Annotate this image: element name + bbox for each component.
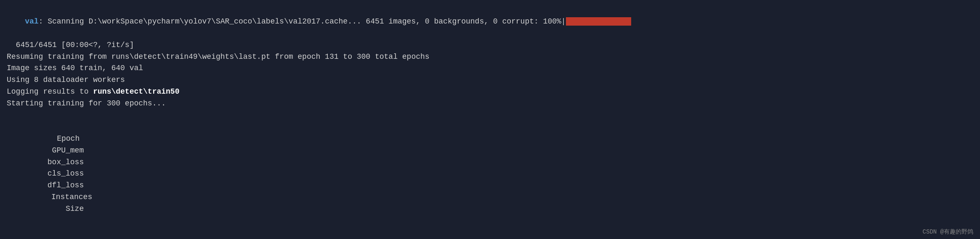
line-empty xyxy=(7,110,973,121)
line-starting: Starting training for 300 epochs... xyxy=(7,98,973,110)
watermark: CSDN @有趣的野鸽 xyxy=(923,228,973,236)
header-dfl: dfl_loss xyxy=(25,180,84,192)
val-keyword: val xyxy=(25,17,38,26)
progress-highlight xyxy=(566,17,631,26)
terminal: val: Scanning D:\workSpace\pycharm\yolov… xyxy=(0,0,980,239)
line-dataloader: Using 8 dataloader workers xyxy=(7,74,973,86)
scan-text: : Scanning D:\workSpace\pycharm\yolov7\S… xyxy=(39,17,566,26)
line-logging: Logging results to runs\detect\train50 xyxy=(7,86,973,98)
header-box: box_loss xyxy=(25,157,84,168)
line-image-sizes: Image sizes 640 train, 640 val xyxy=(7,63,973,74)
table-data-row: 131/300 2.496 1.23 0.6561 1.148 19 640: … xyxy=(7,227,973,239)
line-resume: Resuming training from runs\detect\train… xyxy=(7,51,973,63)
line-scan: val: Scanning D:\workSpace\pycharm\yolov… xyxy=(7,4,973,39)
logging-path: runs\detect\train50 xyxy=(93,87,179,96)
line-progress: 6451/6451 [00:00<?, ?it/s] xyxy=(7,39,973,51)
header-cls: cls_loss xyxy=(25,168,84,180)
table-header: Epoch GPU_mem box_loss cls_loss dfl_loss… xyxy=(7,121,973,227)
logging-prefix: Logging results to xyxy=(7,87,93,96)
header-gpu: GPU_mem xyxy=(25,145,84,157)
header-instances: Instances xyxy=(25,192,92,203)
header-size: Size xyxy=(33,203,84,215)
header-epoch: Epoch xyxy=(25,133,80,145)
